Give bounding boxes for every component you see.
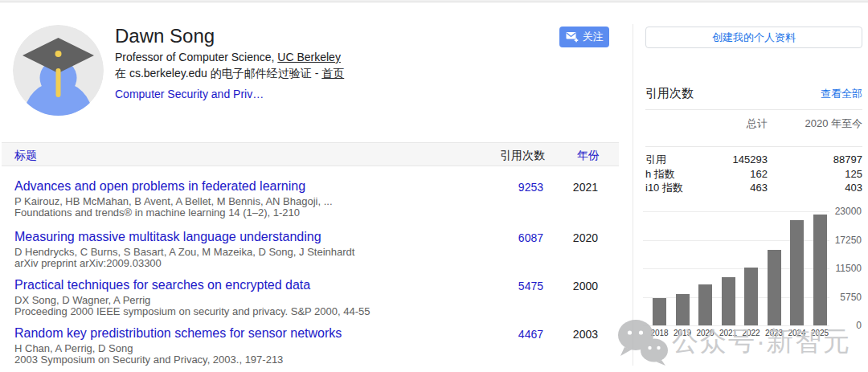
stat-label: h 指数 <box>645 167 703 182</box>
publication-authors: D Hendrycks, C Burns, S Basart, A Zou, M… <box>14 247 465 258</box>
cited-count-link[interactable]: 5475 <box>450 280 543 292</box>
profile-affiliation: Professor of Computer Science, UC Berkel… <box>115 51 549 64</box>
chart-bar-2022[interactable] <box>744 268 758 325</box>
graduate-avatar-icon <box>13 25 104 116</box>
chart-x-tick-label: 2024 <box>785 329 809 337</box>
chart-bar-2023[interactable] <box>768 250 781 325</box>
homepage-link[interactable]: 首页 <box>321 67 344 80</box>
stat-total: 162 <box>703 167 768 182</box>
publication-authors: H Chan, A Perrig, D Song <box>14 343 465 354</box>
profile-interests: Computer Security and Priv… <box>115 88 549 100</box>
affiliation-text: Professor of Computer Science, <box>115 51 277 63</box>
stat-since: 125 <box>768 167 862 182</box>
chart-gridline <box>643 211 829 212</box>
stats-col-since: 2020 年至今 <box>768 117 862 131</box>
chart-x-tick-label: 2021 <box>717 329 740 337</box>
stat-row-i10index: i10 指数 463 403 <box>645 181 862 195</box>
publication-title-link[interactable]: Random key predistribution schemes for s… <box>14 325 465 341</box>
cited-count-link[interactable]: 6087 <box>450 231 543 244</box>
publication-authors: DX Song, D Wagner, A Perrig <box>14 295 465 306</box>
stat-label: i10 指数 <box>645 181 703 195</box>
publication-venue: 2003 Symposium on Security and Privacy, … <box>14 354 465 366</box>
chart-x-tick-label: 2020 <box>694 329 717 337</box>
chart-gridline <box>643 325 829 326</box>
header-citedby-sort[interactable]: 引用次数 <box>452 149 545 163</box>
stat-total: 145293 <box>703 153 768 167</box>
publication-year: 2000 <box>530 280 598 292</box>
publication-venue: Foundations and trends® in machine learn… <box>14 207 465 219</box>
stat-row-hindex: h 指数 162 125 <box>645 167 862 182</box>
profile-email-line: 在 cs.berkeley.edu 的电子邮件经过验证 - 首页 <box>115 67 549 80</box>
chart-y-tick-label: 11500 <box>831 263 862 274</box>
publication-venue: arXiv preprint arXiv:2009.03300 <box>14 258 465 269</box>
publication-title-link[interactable]: Advances and open problems in federated … <box>14 178 465 194</box>
chart-bar-2020[interactable] <box>698 284 712 325</box>
chart-bar-2024[interactable] <box>790 220 804 325</box>
chart-y-tick-label: 17250 <box>831 235 862 246</box>
chart-y-tick-label: 0 <box>831 320 862 331</box>
stat-total: 463 <box>703 181 768 195</box>
chart-bar-2021[interactable] <box>722 277 735 325</box>
stat-label: 引用 <box>645 153 703 167</box>
chart-bar-2018[interactable] <box>653 298 666 325</box>
citations-chart-plot <box>643 211 829 325</box>
stats-col-total: 总计 <box>703 117 768 131</box>
top-divider <box>0 0 868 2</box>
chart-x-tick-label: 2023 <box>763 329 786 337</box>
email-verified-text: 在 cs.berkeley.edu 的电子邮件经过验证 - <box>115 67 321 80</box>
envelope-plus-icon <box>566 31 579 43</box>
profile-name: Dawn Song <box>115 24 549 48</box>
publication-title-link[interactable]: Measuring massive multitask language und… <box>14 229 465 245</box>
cited-by-title: 引用次数 <box>645 86 694 101</box>
stat-row-citations: 引用 145293 88797 <box>645 153 862 167</box>
cited-by-panel: 引用次数 查看全部 总计 2020 年至今 引用 145293 88797 h … <box>645 86 862 195</box>
publication-venue: Proceeding 2000 IEEE symposium on securi… <box>14 306 465 317</box>
chart-y-tick-label: 5750 <box>831 292 862 303</box>
publication-year: 2003 <box>530 328 598 341</box>
header-year-sort[interactable]: 年份 <box>532 149 600 163</box>
avatar <box>13 25 104 116</box>
publication-year: 2020 <box>530 231 598 244</box>
follow-label: 关注 <box>583 30 604 44</box>
chart-y-tick-label: 23000 <box>831 206 862 217</box>
chart-x-tick-label: 2025 <box>809 329 832 337</box>
cited-count-link[interactable]: 4467 <box>450 328 543 341</box>
citations-chart: 0575011500172502300020182019202020212022… <box>643 211 862 340</box>
cited-count-link[interactable]: 9253 <box>450 181 543 194</box>
create-profile-button[interactable]: 创建我的个人资料 <box>645 27 862 48</box>
chart-bar-2025[interactable] <box>813 215 827 325</box>
stats-column-headers: 总计 2020 年至今 <box>645 110 862 138</box>
publication-title-link[interactable]: Practical techniques for searches on enc… <box>14 277 465 293</box>
affiliation-link[interactable]: UC Berkeley <box>277 51 341 63</box>
chart-bar-2019[interactable] <box>676 294 690 326</box>
column-divider <box>633 24 633 366</box>
view-all-link[interactable]: 查看全部 <box>821 87 862 101</box>
header-title-sort[interactable]: 标题 <box>14 149 37 163</box>
interest-link[interactable]: Computer Security and Priv… <box>115 88 264 100</box>
publication-authors: P Kairouz, HB McMahan, B Avent, A Bellet… <box>14 196 465 207</box>
publication-year: 2021 <box>530 181 598 194</box>
chart-x-tick-label: 2019 <box>671 329 694 337</box>
follow-button[interactable]: 关注 <box>559 27 609 47</box>
chart-x-tick-label: 2018 <box>648 329 671 337</box>
publications-header: 标题 引用次数 年份 <box>2 142 619 166</box>
scholar-profile-page: Dawn Song Professor of Computer Science,… <box>0 0 868 372</box>
stat-since: 88797 <box>768 153 862 167</box>
profile-info: Dawn Song Professor of Computer Science,… <box>115 24 549 100</box>
chart-x-tick-label: 2022 <box>739 329 763 337</box>
stat-since: 403 <box>768 181 862 195</box>
